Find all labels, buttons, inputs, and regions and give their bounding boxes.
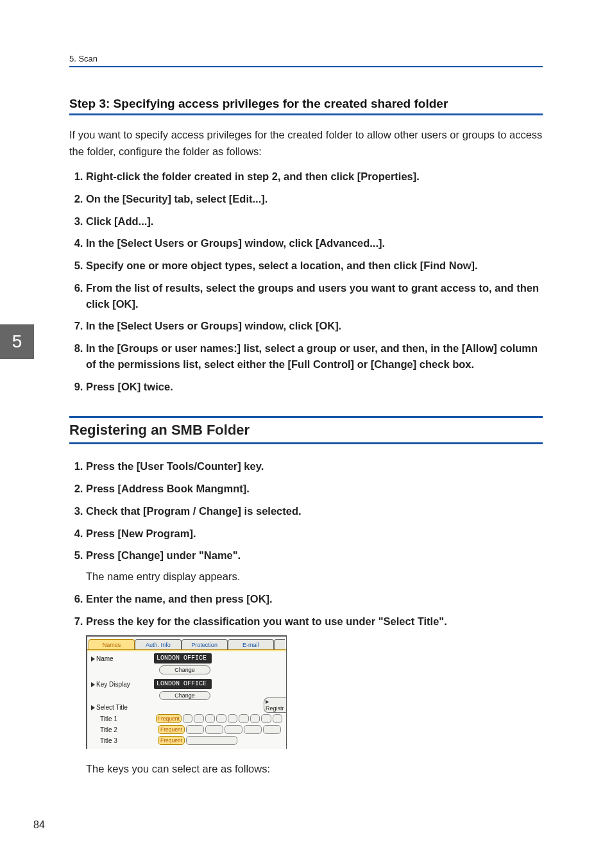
title-row-3: Title 3 Frequent — [91, 736, 282, 745]
ui-tabs: Names Auth. Info Protection E-mail — [87, 637, 286, 649]
label-title1: Title 1 — [91, 715, 155, 722]
label-name: Name — [91, 655, 154, 662]
device-ui-figure: Names Auth. Info Protection E-mail Name … — [86, 635, 543, 749]
register-item-7-text: Press the key for the classification you… — [86, 615, 447, 627]
register-item-4: Press [New Program]. — [86, 526, 543, 542]
title2-slot[interactable] — [263, 725, 281, 734]
tab-auth-info[interactable]: Auth. Info — [135, 639, 181, 649]
title2-frequent-button[interactable]: Frequent — [158, 725, 185, 734]
tab-email[interactable]: E-mail — [228, 639, 274, 649]
header-rule — [69, 66, 543, 67]
step3-item-5: Specify one or more object types, select… — [86, 258, 543, 274]
tab-protection[interactable]: Protection — [182, 639, 228, 649]
register-item-3-text: Check that [Program / Change] is selecte… — [86, 505, 302, 517]
title1-slot[interactable] — [216, 714, 226, 723]
title-row-1: Title 1 Frequent — [91, 714, 282, 723]
step3-list: Right-click the folder created in step 2… — [69, 169, 543, 394]
label-select-title-text: Select Title — [96, 704, 128, 711]
label-key-display-text: Key Display — [96, 681, 130, 688]
value-name: LONDON OFFICE — [154, 653, 212, 664]
register-item-5: Press [Change] under "Name". The name en… — [86, 547, 543, 585]
step3-heading: Step 3: Specifying access privileges for… — [69, 97, 543, 111]
register-rule-bottom — [69, 442, 543, 444]
label-title2: Title 2 — [91, 726, 157, 733]
title-row-2: Title 2 Frequent — [91, 725, 282, 734]
change-key-display-button[interactable]: Change — [159, 691, 210, 700]
step3-intro: If you want to specify access privileges… — [69, 127, 543, 160]
after-image-text: The keys you can select are as follows: — [86, 763, 543, 775]
page-number: 84 — [33, 819, 45, 831]
step3-rule — [69, 113, 543, 115]
step3-item-3-text: Click [Add...]. — [86, 215, 153, 227]
register-item-2-text: Press [Address Book Mangmnt]. — [86, 483, 250, 494]
step3-item-2: On the [Security] tab, select [Edit...]. — [86, 191, 543, 207]
title1-slot[interactable] — [194, 714, 203, 723]
step3-item-6-text: From the list of results, select the gro… — [86, 282, 539, 310]
register-rule-top — [69, 416, 543, 418]
title2-slot[interactable] — [186, 725, 204, 734]
title1-slot[interactable] — [250, 714, 260, 723]
step3-item-9-text: Press [OK] twice. — [86, 381, 173, 392]
step3-item-2-text: On the [Security] tab, select [Edit...]. — [86, 193, 268, 204]
register-item-1: Press the [User Tools/Counter] key. — [86, 458, 543, 474]
title1-slot[interactable] — [183, 714, 192, 723]
step3-item-6: From the list of results, select the gro… — [86, 280, 543, 312]
tab-more[interactable] — [274, 639, 285, 649]
register-heading: Registering an SMB Folder — [69, 422, 543, 438]
title2-slot[interactable] — [244, 725, 262, 734]
running-header: 5. Scan — [69, 54, 543, 63]
register-item-2: Press [Address Book Mangmnt]. — [86, 481, 543, 497]
step3-item-9: Press [OK] twice. — [86, 379, 543, 395]
step3-item-7: In the [Select Users or Groups] window, … — [86, 318, 543, 334]
step3-item-5-text: Specify one or more object types, select… — [86, 260, 478, 271]
title1-slot[interactable] — [205, 714, 215, 723]
register-section: Registering an SMB Folder Press the [Use… — [69, 416, 543, 775]
row-key-display: Key Display LONDON OFFICE — [87, 677, 286, 689]
label-key-display: Key Display — [91, 681, 154, 688]
register-item-7: Press the key for the classification you… — [86, 613, 543, 630]
title3-slot[interactable] — [186, 736, 237, 745]
title2-slot[interactable] — [225, 725, 242, 734]
title1-slot[interactable] — [261, 714, 271, 723]
change-name-button[interactable]: Change — [159, 665, 210, 674]
step3-item-7-text: In the [Select Users or Groups] window, … — [86, 320, 341, 331]
register-as-button[interactable]: Registr — [264, 697, 286, 713]
step3-item-4-text: In the [Select Users or Groups] window, … — [86, 237, 385, 249]
title1-slot[interactable] — [273, 714, 282, 723]
title2-slot[interactable] — [205, 725, 223, 734]
register-as-label: Registr — [266, 705, 284, 712]
title1-frequent-button[interactable]: Frequent — [156, 714, 182, 723]
register-item-1-text: Press the [User Tools/Counter] key. — [86, 460, 264, 472]
register-item-3: Check that [Program / Change] is selecte… — [86, 503, 543, 519]
value-key-display: LONDON OFFICE — [154, 679, 212, 689]
register-item-6-text: Enter the name, and then press [OK]. — [86, 593, 273, 605]
chapter-tab: 5 — [0, 324, 34, 359]
title1-slot[interactable] — [239, 714, 248, 723]
step3-item-1: Right-click the folder created in step 2… — [86, 169, 543, 185]
step3-item-4: In the [Select Users or Groups] window, … — [86, 235, 543, 251]
label-title3: Title 3 — [91, 737, 157, 744]
register-item-4-text: Press [New Program]. — [86, 528, 196, 539]
page: 5. Scan 5 Step 3: Specifying access priv… — [0, 0, 612, 868]
step3-item-8: In the [Groups or user names:] list, sel… — [86, 340, 543, 372]
label-name-text: Name — [96, 655, 114, 662]
title-rows: Title 1 Frequent Title 2 — [87, 714, 286, 749]
step3-item-3: Click [Add...]. — [86, 213, 543, 230]
triangle-icon — [266, 700, 269, 704]
triangle-icon — [91, 682, 95, 687]
register-item-5-text: Press [Change] under "Name". — [86, 549, 241, 561]
title3-frequent-button[interactable]: Frequent — [158, 736, 185, 745]
step3-item-8-text: In the [Groups or user names:] list, sel… — [86, 342, 538, 370]
triangle-icon — [91, 705, 95, 710]
device-ui-panel: Names Auth. Info Protection E-mail Name … — [86, 635, 287, 749]
tab-names[interactable]: Names — [89, 639, 135, 649]
title1-slot[interactable] — [228, 714, 237, 723]
row-name: Name LONDON OFFICE — [87, 651, 286, 664]
triangle-icon — [91, 656, 95, 662]
register-item-6: Enter the name, and then press [OK]. — [86, 591, 543, 607]
label-select-title: Select Title — [87, 700, 286, 712]
register-list: Press the [User Tools/Counter] key. Pres… — [69, 458, 543, 629]
register-item-5-sub: The name entry display appears. — [86, 569, 543, 585]
step3-item-1-text: Right-click the folder created in step 2… — [86, 171, 420, 182]
